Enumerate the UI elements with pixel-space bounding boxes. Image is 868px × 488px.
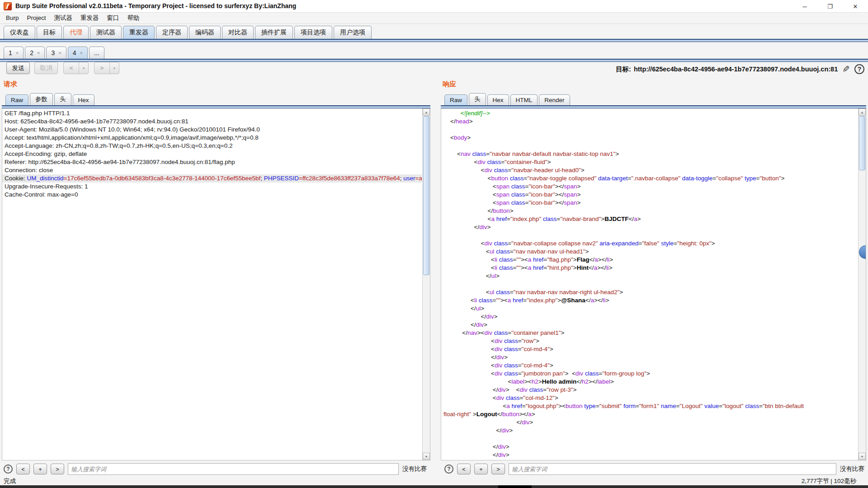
search-help-icon[interactable]: ? xyxy=(444,465,453,474)
tab-project-options[interactable]: 项目选项 xyxy=(294,26,332,39)
repeater-tab-label: 2 xyxy=(30,49,33,56)
response-search-input[interactable] xyxy=(509,463,836,475)
request-panel-title: 请求 xyxy=(4,80,17,89)
scroll-up-icon[interactable]: ▲ xyxy=(859,108,866,116)
response-tab-render[interactable]: Render xyxy=(539,94,570,105)
taskbar-segment xyxy=(498,485,532,488)
menu-project[interactable]: Project xyxy=(23,13,50,23)
response-editor-text[interactable]: <![endif]--> </head> <body> <nav class="… xyxy=(441,109,858,460)
response-tab-headers[interactable]: 头 xyxy=(469,93,486,105)
tab-repeater[interactable]: 重发器 xyxy=(123,26,155,39)
taskbar-sliver xyxy=(0,485,868,488)
repeater-tab-3[interactable]: 3 × xyxy=(46,47,66,59)
target-row: 目标: http://625ec4ba-8c42-4956-ae94-1b7e7… xyxy=(616,64,864,75)
search-next-button[interactable]: > xyxy=(51,464,64,474)
request-editor-text[interactable]: GET /flag.php HTTP/1.1Host: 625ec4ba-8c4… xyxy=(2,109,422,460)
request-scrollbar-thumb[interactable] xyxy=(423,116,429,275)
request-tab-hex[interactable]: Hex xyxy=(73,94,94,105)
search-prev-button[interactable]: < xyxy=(16,464,30,474)
tab-proxy[interactable]: 代理 xyxy=(63,26,89,39)
response-tab-html[interactable]: HTML xyxy=(510,94,538,105)
main-tabstrip: 仪表盘 目标 代理 测试器 重发器 定序器 编码器 对比器 插件扩展 项目选项 … xyxy=(0,24,868,42)
window-controls: ─ ❐ ✕ xyxy=(792,0,868,13)
close-tab-icon[interactable]: × xyxy=(58,50,61,56)
request-tab-raw[interactable]: Raw xyxy=(5,94,28,105)
response-search-bar: ? < + > 没有比赛 xyxy=(441,462,868,476)
status-done-label: 完成 xyxy=(4,477,16,485)
minimize-icon[interactable]: ─ xyxy=(792,0,817,13)
history-forward-button[interactable]: > ▾ xyxy=(94,62,119,74)
response-tab-hex[interactable]: Hex xyxy=(487,94,509,105)
scroll-down-icon[interactable]: ▼ xyxy=(859,453,866,460)
tab-decoder[interactable]: 编码器 xyxy=(189,26,221,39)
cancel-button[interactable]: 取消 xyxy=(34,62,58,74)
menu-repeater[interactable]: 重发器 xyxy=(76,13,103,23)
tab-extender[interactable]: 插件扩展 xyxy=(255,26,293,39)
forward-dropdown-icon[interactable]: ▾ xyxy=(110,62,119,74)
close-tab-icon[interactable]: × xyxy=(37,50,40,56)
repeater-tab-label: ... xyxy=(94,49,99,56)
request-tabs-underline xyxy=(2,105,430,108)
search-prev-button[interactable]: < xyxy=(457,464,471,474)
search-add-button[interactable]: + xyxy=(33,464,47,474)
menu-window[interactable]: 窗口 xyxy=(103,13,123,23)
repeater-tab-label: 1 xyxy=(9,49,12,56)
menubar: Burp Project 测试器 重发器 窗口 帮助 xyxy=(0,13,868,24)
response-tabs-underline xyxy=(441,105,866,108)
tab-user-options[interactable]: 用户选项 xyxy=(334,26,372,39)
menu-burp[interactable]: Burp xyxy=(2,13,23,23)
menu-intruder[interactable]: 测试器 xyxy=(50,13,77,23)
close-tab-icon[interactable]: × xyxy=(16,50,19,56)
response-scrollbar-thumb[interactable] xyxy=(859,116,865,170)
window-title: Burp Suite Professional v2.0.11beta - Te… xyxy=(15,2,296,9)
repeater-tab-label: 3 xyxy=(51,49,55,56)
tab-comparer[interactable]: 对比器 xyxy=(222,26,254,39)
tab-dashboard[interactable]: 仪表盘 xyxy=(4,26,35,39)
menu-help[interactable]: 帮助 xyxy=(123,13,144,23)
request-tab-headers[interactable]: 头 xyxy=(54,93,71,105)
forward-arrow-icon: > xyxy=(94,62,110,74)
burp-app-icon xyxy=(4,2,12,10)
target-url: http://625ec4ba-8c42-4956-ae94-1b7e77238… xyxy=(634,66,838,73)
search-help-icon[interactable]: ? xyxy=(4,465,13,474)
titlebar: Burp Suite Professional v2.0.11beta - Te… xyxy=(0,0,868,13)
repeater-tab-more[interactable]: ... xyxy=(89,47,104,59)
tab-sequencer[interactable]: 定序器 xyxy=(156,26,188,39)
close-tab-icon[interactable]: × xyxy=(80,50,83,56)
request-tabstrip: Raw 参数 头 Hex xyxy=(2,90,430,108)
history-back-button[interactable]: < ▾ xyxy=(63,62,89,74)
request-search-bar: ? < + > 没有比赛 xyxy=(0,462,430,476)
response-no-match-label: 没有比赛 xyxy=(840,465,864,473)
repeater-tabs-underline xyxy=(0,59,868,62)
search-add-button[interactable]: + xyxy=(474,464,488,474)
target-label: 目标: xyxy=(616,65,631,74)
request-editor[interactable]: GET /flag.php HTTP/1.1Host: 625ec4ba-8c4… xyxy=(2,108,430,460)
scroll-up-icon[interactable]: ▲ xyxy=(423,108,430,116)
response-editor[interactable]: <![endif]--> </head> <body> <nav class="… xyxy=(441,108,866,460)
help-icon[interactable]: ? xyxy=(854,64,864,74)
response-tab-raw[interactable]: Raw xyxy=(444,94,467,105)
send-button[interactable]: 发送 xyxy=(6,62,30,74)
repeater-tab-4[interactable]: 4 × xyxy=(68,47,88,59)
response-panel-title: 响应 xyxy=(443,80,456,89)
request-no-match-label: 没有比赛 xyxy=(402,465,427,473)
main-tabs-underline xyxy=(0,39,868,42)
repeater-tab-1[interactable]: 1 × xyxy=(4,47,24,59)
request-tab-params[interactable]: 参数 xyxy=(30,93,53,105)
edit-target-icon[interactable]: ✎ xyxy=(842,64,850,75)
back-dropdown-icon[interactable]: ▾ xyxy=(79,62,88,74)
tab-target[interactable]: 目标 xyxy=(37,26,62,39)
close-icon[interactable]: ✕ xyxy=(843,0,868,13)
burp-window: { "window": { "title": "Burp Suite Profe… xyxy=(0,0,868,488)
request-search-input[interactable] xyxy=(68,463,399,475)
back-arrow-icon: < xyxy=(64,62,79,74)
tab-intruder[interactable]: 测试器 xyxy=(90,26,122,39)
restore-icon[interactable]: ❐ xyxy=(817,0,843,13)
scroll-down-icon[interactable]: ▼ xyxy=(423,453,430,460)
response-scrollbar[interactable]: ▲ ▼ xyxy=(858,108,866,460)
search-next-button[interactable]: > xyxy=(491,464,505,474)
response-tabstrip: Raw 头 Hex HTML Render xyxy=(441,90,866,108)
repeater-tab-2[interactable]: 2 × xyxy=(25,47,45,59)
status-metrics-label: 2,777字节 | 102毫秒 xyxy=(802,477,856,485)
request-scrollbar[interactable]: ▲ ▼ xyxy=(422,108,430,460)
